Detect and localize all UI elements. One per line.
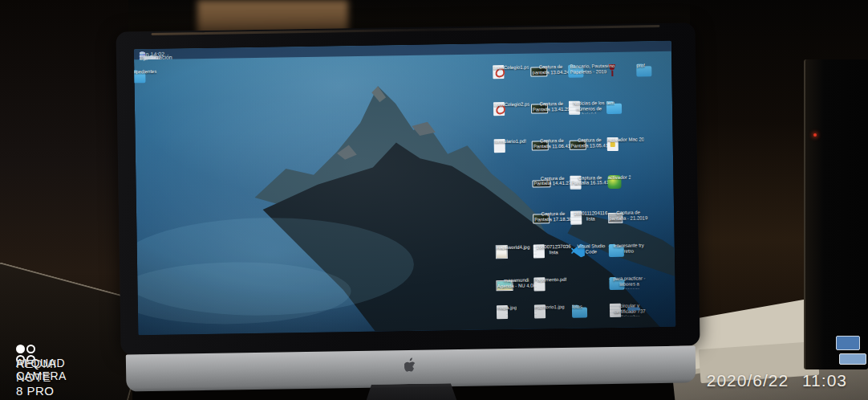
watermark-camera: AI QUAD CAMERA [16, 357, 67, 382]
side-monitor-off [804, 59, 868, 369]
desktop-icon[interactable]: interesante try retro [609, 243, 649, 243]
icon-label: LogoColegio2.ps [493, 102, 529, 108]
desktop-icon[interactable]: formulario1.pdf [494, 139, 534, 140]
icon-label: Visual Studio Code [571, 243, 611, 255]
icon-label: mapa.jpg [497, 305, 517, 311]
icon-label: Activador Mac 20 [607, 137, 644, 144]
desktop-icon[interactable]: Captura de pantalla - 21.2019 [608, 210, 648, 210]
imac-stand [359, 383, 464, 400]
desktop-icons: LogoColegio1.psCaptura de pantalla 13.04… [134, 41, 676, 335]
icon-label: Captura de Pantalla 11.06.41 [532, 138, 572, 150]
desktop-icon[interactable]: prof [636, 62, 675, 63]
icon-label: Captura de Pantalla 13.05.41 [570, 137, 610, 149]
apple-logo-icon [404, 357, 417, 373]
desktop-icon[interactable]: activador 2 [607, 174, 647, 175]
desktop-icon[interactable]: 1680111204116 lista [570, 210, 610, 211]
icon-label: Captura de pantalla - 21.2019 [608, 210, 648, 222]
icon-label: escritorio1.jpg [534, 304, 564, 310]
desktop-icon[interactable]: mapaworld4.jpg [496, 244, 536, 245]
desktop-icon[interactable]: mapamundi Agenda - NU 4.08 [497, 277, 537, 278]
imac: FinderArchivoEdiciónVisualizaciónIrVenta… [112, 16, 704, 400]
icon-label: formulario1.pdf [494, 139, 526, 145]
desktop-icon[interactable]: Captura de Pantalla 13.41.29 [531, 101, 571, 102]
icon-label: prof [636, 63, 644, 68]
desktop-icon[interactable]: Captura de pantalla 13.04.24 [530, 63, 570, 64]
desktop-icon[interactable]: tem [606, 100, 647, 100]
sticker-label [836, 336, 860, 350]
icon-label: mapaworld4.jpg [496, 245, 529, 251]
desktop-icon[interactable]: para practicar - labores a escanear [609, 276, 649, 276]
icon-label: tem [606, 100, 614, 106]
power-led [813, 133, 817, 137]
desktop-icon[interactable]: Activador Mac 20 [607, 137, 647, 138]
desktop-icon[interactable]: escritorio1.jpg [534, 304, 574, 304]
photo-of-imac-on-desk: FinderArchivoEdiciónVisualizaciónIrVenta… [0, 0, 868, 400]
desktop-icon[interactable]: Visual Studio Code [571, 243, 611, 244]
desktop-icon[interactable]: Captura de Pantalla 13.05.41 [570, 137, 610, 138]
dock-hidden-hint[interactable] [627, 308, 640, 311]
desktop-icon[interactable]: Captura de Pantalla 14.41.27 [533, 175, 573, 176]
icon-label: Pagamento.pdf [534, 277, 567, 284]
desktop-icon[interactable]: 1680071237036 lista [533, 244, 574, 245]
desktop-icon[interactable]: Bancario, Pautas Papeletas - 2019 [568, 63, 608, 64]
desktop-icon[interactable]: Captura de Pantalla 17.18.38 [533, 211, 573, 212]
desktop-icon[interactable]: mapa.jpg [497, 304, 537, 305]
icon-label: 1680111204116 lista [570, 210, 610, 222]
desktop-icon[interactable]: LogoColegio2.ps [493, 101, 533, 102]
icon-label: para practicar - labores a escanear [609, 276, 649, 289]
sticker-label [839, 353, 866, 365]
desktop-icon[interactable]: Noticias de los números de baja(s) [569, 100, 609, 101]
icon-label: fotos [572, 304, 582, 309]
desktop-icon[interactable]: LogoColegio1.ps [493, 64, 533, 65]
icon-label: Captura de Pantalla 14.41.27 [533, 175, 573, 187]
desktop-icon[interactable]: circular y certificado 737 diciembre [610, 303, 650, 304]
icon-label: LogoColegio1.ps [493, 64, 529, 71]
imac-screen: FinderArchivoEdiciónVisualizaciónIrVenta… [134, 41, 676, 335]
icon-label: Captura de pantalla 13.04.24 [530, 63, 570, 76]
icon-label: Bancario, Pautas Papeletas - 2019 [568, 63, 608, 76]
desktop-icon[interactable]: Pagamento.pdf [534, 277, 574, 278]
desktop-icon[interactable]: Captura de Pantalla 11.06.41 [532, 138, 572, 139]
icon-label: 1680071237036 lista [533, 244, 574, 256]
icon-label: vino [606, 63, 614, 69]
icon-label: Captura de Pantalla 16.15.41 [570, 175, 610, 187]
icon-label: interesante try retro [609, 243, 649, 255]
desktop-icon[interactable]: fotos [572, 304, 612, 304]
icon-label: activador 2 [607, 174, 631, 180]
icon-label: Captura de Pantalla 17.18.38 [533, 211, 573, 223]
icon-label: Noticias de los números de baja(s) [569, 100, 609, 114]
desktop-icon[interactable]: Captura de Pantalla 16.15.41 [570, 175, 610, 176]
photo-timestamp: 2020/6/22 11:03 [707, 371, 847, 390]
icon-label: mapamundi Agenda - NU 4.08 [497, 277, 537, 289]
icon-label: Captura de Pantalla 13.41.29 [531, 101, 571, 113]
